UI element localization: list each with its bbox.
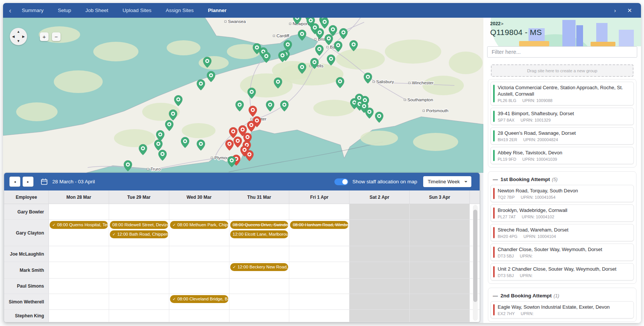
grid-scrollbar-thumb[interactable]	[473, 210, 477, 302]
pan-right-icon[interactable]: ▶	[22, 35, 25, 38]
schedule-event-chip[interactable]: 08:00 Hanham Road, Wimbor	[290, 221, 348, 229]
forward-chevron-icon[interactable]: ›	[614, 7, 616, 14]
schedule-cell[interactable]: ✓12:00 Beckery New Road, Gl	[229, 262, 290, 278]
prev-week-button[interactable]: ◂	[9, 177, 20, 187]
schedule-cell[interactable]	[109, 204, 169, 219]
close-icon[interactable]: ✕	[627, 7, 632, 14]
schedule-cell[interactable]	[349, 294, 410, 309]
schedule-cell[interactable]	[109, 279, 169, 294]
schedule-cell[interactable]	[169, 310, 229, 322]
site-card[interactable]: Abbey Rise, Tavistock, DevonPL19 9FDUPRN…	[491, 147, 634, 164]
group-header[interactable]: —2nd Booking Attempt(1)	[491, 290, 634, 301]
schedule-cell[interactable]	[289, 279, 349, 294]
back-chevron-icon[interactable]: ‹	[9, 7, 11, 14]
staff-allocation-toggle[interactable]	[334, 178, 348, 185]
site-card[interactable]: 28 Queen's Road, Swanage, DorsetBH19 2ER…	[491, 127, 634, 145]
schedule-event-chip[interactable]: 08:00 Ridewell Street, Devizes	[110, 221, 168, 229]
pan-down-icon[interactable]: ▼	[17, 40, 20, 43]
schedule-cell[interactable]	[349, 246, 410, 262]
map-pan-control[interactable]: ▲ ▼ ◀ ▶	[10, 28, 27, 45]
schedule-cell[interactable]	[349, 262, 410, 278]
schedule-cell[interactable]	[49, 246, 109, 262]
schedule-cell[interactable]: 08:00 Queens Drive, Swindon,12:00 Elcott…	[229, 220, 290, 246]
map-zoom-out-button[interactable]: −	[52, 32, 61, 41]
next-week-button[interactable]: ▸	[23, 177, 33, 187]
group-dropzone[interactable]: Drag site here to create a new group	[491, 64, 633, 77]
group-header[interactable]: —1st Booking Attempt(5)	[491, 174, 634, 185]
schedule-cell[interactable]: ✓08:00 Cleveland Bridge, Bath	[169, 294, 229, 309]
schedule-cell[interactable]	[109, 310, 169, 322]
map-panel[interactable]: SwanseaNewportCardiffBristolBathWellsSal…	[3, 18, 483, 173]
schedule-cell[interactable]	[289, 294, 349, 309]
schedule-cell[interactable]: ✓08:00 Methuen Park, Chippe	[169, 220, 229, 246]
site-card[interactable]: Victoria Commercial Centre, Station Appr…	[491, 82, 634, 105]
schedule-cell[interactable]: ✓08:00 Querns Hospital, Tetb	[49, 220, 109, 246]
map-zoom-in-button[interactable]: +	[40, 32, 49, 41]
site-card[interactable]: Eagle Way, Sowton Industrial Estate, Exe…	[491, 301, 634, 318]
schedule-cell[interactable]	[229, 279, 290, 294]
schedule-event-chip[interactable]: 12:00 Elcott Lane, Marlboroug	[230, 230, 289, 238]
breadcrumb-year[interactable]: 2022	[490, 21, 501, 26]
site-card[interactable]: 39-41 Bimport, Shaftesbury, DorsetSP7 8A…	[491, 108, 634, 125]
schedule-event-chip[interactable]: 08:00 Queens Drive, Swindon,	[230, 221, 289, 229]
tab-summary[interactable]: Summary	[22, 8, 44, 13]
schedule-cell[interactable]	[289, 246, 349, 262]
schedule-cell[interactable]	[289, 262, 349, 278]
schedule-cell[interactable]	[49, 262, 109, 278]
tab-job-sheet[interactable]: Job Sheet	[85, 8, 108, 13]
map-canvas[interactable]: SwanseaNewportCardiffBristolBathWellsSal…	[3, 18, 483, 173]
schedule-cell[interactable]: 08:00 Hanham Road, Wimbor	[289, 220, 349, 246]
schedule-cell[interactable]: 08:00 Ridewell Street, Devizes✓12:00 Bat…	[109, 220, 169, 246]
filter-input[interactable]	[487, 46, 637, 58]
schedule-cell[interactable]	[349, 220, 410, 246]
schedule-event-chip[interactable]: ✓08:00 Querns Hospital, Tetb	[50, 221, 108, 229]
schedule-cell[interactable]	[410, 294, 470, 309]
schedule-cell[interactable]	[169, 262, 229, 278]
schedule-cell[interactable]	[410, 262, 470, 278]
tab-assign-sites[interactable]: Assign Sites	[166, 8, 193, 13]
schedule-cell[interactable]	[229, 294, 290, 309]
schedule-cell[interactable]	[289, 310, 349, 322]
schedule-cell[interactable]	[410, 310, 470, 322]
site-card[interactable]: Streche Road, Wareham, DorsetBH20 4PGUPR…	[491, 224, 634, 241]
site-card[interactable]: Brooklyn, Wadebridge, CornwallPL27 7ATUP…	[491, 204, 634, 222]
collapse-icon[interactable]: —	[493, 293, 498, 299]
schedule-cell[interactable]	[169, 279, 229, 294]
tab-upload-sites[interactable]: Upload Sites	[123, 8, 152, 13]
schedule-cell[interactable]	[349, 204, 410, 219]
pan-left-icon[interactable]: ◀	[12, 35, 15, 38]
schedule-event-chip[interactable]: ✓08:00 Cleveland Bridge, Bath	[170, 295, 228, 303]
schedule-cell[interactable]	[229, 310, 290, 322]
schedule-cell[interactable]	[410, 204, 470, 219]
schedule-cell[interactable]	[169, 204, 229, 219]
schedule-cell[interactable]	[109, 246, 169, 262]
grid-scrollbar[interactable]	[473, 205, 478, 321]
schedule-cell[interactable]	[410, 279, 470, 294]
schedule-cell[interactable]	[49, 310, 109, 322]
schedule-cell[interactable]	[229, 204, 290, 219]
schedule-event-chip[interactable]: ✓12:00 Bath Road, Chippenha	[110, 230, 168, 238]
schedule-cell[interactable]	[169, 246, 229, 262]
schedule-cell[interactable]	[49, 204, 109, 219]
schedule-cell[interactable]	[349, 310, 410, 322]
schedule-cell[interactable]	[109, 262, 169, 278]
schedule-cell[interactable]	[49, 294, 109, 309]
tab-planner[interactable]: Planner	[208, 8, 227, 13]
breadcrumb[interactable]: 2022>	[490, 21, 542, 26]
site-card[interactable]: Unit 2 Chandler Close, Souter Way, Weymo…	[491, 263, 634, 280]
schedule-cell[interactable]	[289, 204, 349, 219]
site-card[interactable]: Chandler Close, Souter Way, Weymouth, Do…	[491, 244, 634, 261]
schedule-cell[interactable]	[229, 246, 290, 262]
schedule-cell[interactable]	[410, 246, 470, 262]
schedule-cell[interactable]	[109, 294, 169, 309]
schedule-cell[interactable]	[410, 220, 470, 246]
view-selector-dropdown[interactable]: Timeline Week ⌄	[423, 176, 471, 187]
schedule-cell[interactable]	[49, 279, 109, 294]
site-card[interactable]: Newton Road, Torquay, South DevonTQ2 7BP…	[491, 185, 634, 202]
collapse-icon[interactable]: —	[493, 177, 498, 182]
schedule-event-chip[interactable]: ✓08:00 Methuen Park, Chippe	[170, 221, 228, 229]
tab-setup[interactable]: Setup	[58, 8, 71, 13]
schedule-event-chip[interactable]: ✓12:00 Beckery New Road, Gl	[230, 263, 289, 271]
schedule-cell[interactable]	[349, 279, 410, 294]
pan-up-icon[interactable]: ▲	[17, 30, 20, 34]
